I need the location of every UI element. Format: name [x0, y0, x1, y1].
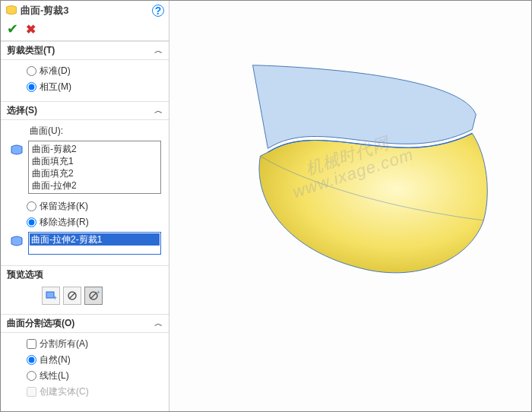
remove-listbox[interactable]: 曲面-拉伸2-剪裁1: [28, 232, 161, 255]
radio-standard-label: 标准(D): [40, 65, 71, 78]
surfaces-listbox[interactable]: 曲面-剪裁2 曲面填充1 曲面填充2 曲面-拉伸2: [28, 141, 161, 194]
section-trim-type-label: 剪裁类型(T): [7, 44, 55, 57]
preview-show-included-button[interactable]: +: [42, 287, 60, 305]
section-trim-type-header[interactable]: 剪裁类型(T) ︿: [1, 41, 169, 60]
preview-show-both-button[interactable]: +: [84, 287, 103, 305]
surfaces-field-icon: [8, 141, 25, 157]
radio-mutual[interactable]: [27, 82, 36, 92]
graphics-viewport[interactable]: 机械时代网 www.ixage.com: [169, 1, 531, 411]
section-selection-body: 曲面(U): 曲面-剪裁2 曲面填充1 曲面填充2 曲面-拉伸2 保留选择(K)…: [1, 120, 169, 265]
radio-linear-label: 线性(L): [40, 369, 69, 382]
section-selection-label: 选择(S): [7, 104, 37, 117]
section-preview-header[interactable]: 预览选项: [1, 265, 169, 284]
svg-line-3: [69, 293, 75, 299]
section-selection-header[interactable]: 选择(S) ︿: [1, 101, 169, 120]
list-item[interactable]: 曲面填充1: [30, 155, 159, 167]
checkbox-split-all-label: 分割所有(A): [40, 338, 88, 350]
property-panel: 曲面-剪裁3 ? ✔ ✖ 剪裁类型(T) ︿ 标准(D) 相互(M) 选择(S)…: [1, 1, 169, 411]
radio-standard[interactable]: [27, 66, 36, 76]
section-trim-type-body: 标准(D) 相互(M): [1, 60, 169, 101]
radio-keep[interactable]: [27, 201, 36, 211]
feature-title: 曲面-剪裁3: [21, 4, 69, 17]
list-item[interactable]: 曲面-拉伸2: [30, 179, 159, 192]
radio-keep-label: 保留选择(K): [40, 200, 88, 213]
radio-natural[interactable]: [27, 355, 36, 365]
checkbox-split-all[interactable]: [27, 339, 36, 349]
chevron-up-icon: ︿: [154, 318, 163, 329]
svg-text:+: +: [53, 294, 57, 302]
remove-field-icon: [8, 232, 25, 249]
section-split-header[interactable]: 曲面分割选项(O) ︿: [1, 314, 169, 333]
help-icon[interactable]: ?: [152, 5, 164, 17]
chevron-up-icon: ︿: [154, 45, 163, 56]
radio-natural-label: 自然(N): [40, 353, 71, 366]
radio-remove[interactable]: [27, 217, 36, 227]
list-item[interactable]: 曲面-剪裁2: [30, 143, 159, 155]
preview-show-excluded-button[interactable]: [63, 287, 81, 305]
confirm-button[interactable]: ✔: [7, 21, 18, 37]
trim-surface-icon: [5, 5, 17, 17]
checkbox-create-solid-label: 创建实体(C): [40, 385, 89, 398]
list-item[interactable]: 曲面填充2: [30, 167, 159, 179]
svg-line-5: [90, 293, 97, 299]
radio-linear[interactable]: [27, 371, 36, 381]
radio-remove-label: 移除选择(R): [40, 216, 89, 229]
model-geometry: [169, 1, 531, 411]
list-item[interactable]: 曲面-拉伸2-剪裁1: [30, 233, 160, 246]
chevron-up-icon: ︿: [154, 105, 163, 116]
surfaces-label: 曲面(U):: [8, 123, 161, 139]
radio-mutual-label: 相互(M): [40, 81, 71, 93]
section-split-label: 曲面分割选项(O): [7, 317, 74, 330]
title-bar: 曲面-剪裁3 ?: [1, 1, 169, 19]
action-row: ✔ ✖: [1, 19, 169, 41]
section-preview-body: + +: [1, 284, 169, 314]
cancel-button[interactable]: ✖: [26, 22, 36, 36]
svg-text:+: +: [97, 290, 100, 296]
checkbox-create-solid: [27, 387, 36, 397]
section-split-body: 分割所有(A) 自然(N) 线性(L) 创建实体(C): [1, 333, 169, 406]
section-preview-label: 预览选项: [7, 268, 43, 281]
